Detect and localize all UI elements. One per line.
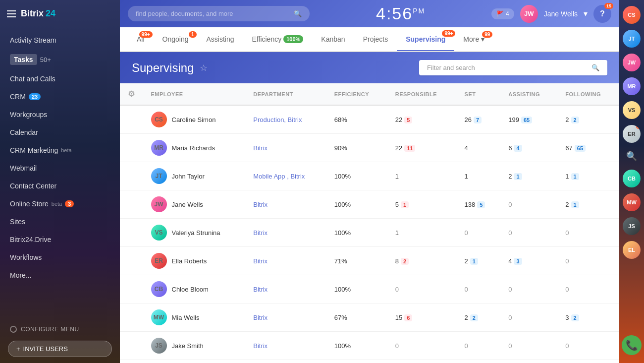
star-icon[interactable]: ☆ — [200, 62, 208, 73]
sidebar-item-workgroups[interactable]: Workgroups — [0, 106, 120, 123]
topbar: 🔍 4:56PM 🚩 4 JW Jane Wells ▾ ? 15 — [120, 0, 619, 27]
filter-search[interactable]: Filter and search 🔍 — [419, 60, 607, 75]
phone-button[interactable]: 📞 — [622, 335, 642, 355]
assisting-badge: 3 — [514, 258, 522, 265]
sidebar-item-label: CRM — [10, 93, 26, 101]
department-cell[interactable]: Bitrix — [245, 332, 326, 360]
employee-name[interactable]: Maria Richards — [172, 144, 215, 152]
responsible-badge: 5 — [404, 117, 412, 123]
tab-more[interactable]: More ▾ 99 — [454, 28, 493, 50]
assisting-cell: 21 — [500, 162, 557, 190]
responsible-cell: 225 — [387, 105, 457, 134]
employee-avatar: VS — [151, 225, 167, 241]
sidebar-item-contact-center[interactable]: Contact Center — [0, 177, 120, 195]
rp-avatar-5[interactable]: VS — [623, 101, 641, 119]
responsible-cell: 0 — [387, 275, 457, 303]
sidebar-item-chat-calls[interactable]: Chat and Calls — [0, 70, 120, 88]
rp-avatar-1[interactable]: CS — [623, 6, 641, 24]
table-row: JT John Taylor Mobile App , Bitrix 100% … — [120, 162, 619, 190]
tab-label: Kanban — [321, 35, 345, 43]
department-cell[interactable]: Bitrix — [245, 303, 326, 332]
clock-time: 4:56 — [376, 4, 413, 23]
configure-menu[interactable]: CONFIGURE MENU — [8, 322, 112, 337]
following-cell: 6765 — [557, 134, 619, 162]
help-button[interactable]: ? 15 — [593, 5, 611, 23]
employee-avatar: JT — [151, 168, 167, 184]
content-area: Supervising ☆ Filter and search 🔍 ⚙ EMPL… — [120, 52, 619, 363]
tab-badge: 1 — [189, 31, 197, 38]
employee-name[interactable]: Jake Smith — [172, 342, 204, 350]
department-cell[interactable]: Production, Bitrix — [245, 105, 326, 134]
employee-avatar: JS — [151, 338, 167, 354]
efficiency-cell: 100% — [326, 219, 387, 247]
hamburger-icon[interactable] — [7, 10, 16, 17]
clock: 4:56PM — [318, 4, 483, 23]
employee-name[interactable]: Jane Wells — [172, 201, 203, 208]
user-name[interactable]: Jane Wells — [544, 10, 578, 18]
employee-name[interactable]: John Taylor — [172, 173, 205, 180]
tab-assisting[interactable]: Assisting — [198, 28, 243, 50]
assisting-cell: 43 — [500, 247, 557, 275]
sidebar-item-calendar[interactable]: Calendar — [0, 123, 120, 141]
employee-cell: ER Ella Roberts — [143, 247, 246, 275]
employee-name[interactable]: Ella Roberts — [172, 257, 207, 265]
rp-avatar-9[interactable]: JS — [623, 217, 641, 235]
rp-avatar-4[interactable]: MR — [623, 77, 641, 95]
responsible-badge: 1 — [401, 201, 409, 208]
sidebar-item-tasks[interactable]: Tasks 50+ — [0, 49, 120, 70]
employee-name[interactable]: Mia Wells — [172, 314, 200, 321]
search-bar[interactable]: 🔍 — [128, 6, 310, 21]
employee-name[interactable]: Caroline Simon — [172, 116, 216, 123]
department-cell[interactable]: Bitrix — [245, 190, 326, 219]
employee-cell: JT John Taylor — [143, 162, 246, 190]
tab-supervising[interactable]: Supervising 99+ — [397, 28, 454, 51]
table-settings-icon[interactable]: ⚙ — [128, 90, 135, 98]
rp-avatar-8[interactable]: MW — [623, 193, 641, 211]
efficiency-cell: 68% — [326, 105, 387, 134]
rp-search-icon[interactable]: 🔍 — [626, 151, 637, 162]
clock-ampm: PM — [413, 7, 425, 15]
sidebar-item-webmail[interactable]: Webmail — [0, 159, 120, 177]
employee-name[interactable]: Chloe Bloom — [172, 286, 209, 293]
tab-ongoing[interactable]: Ongoing 1 — [154, 28, 198, 50]
rp-avatar-6[interactable]: ER 2 — [623, 125, 641, 143]
sidebar-item-label: More... — [10, 271, 32, 279]
department-cell[interactable]: Bitrix — [245, 247, 326, 275]
supervising-table: ⚙ EMPLOYEE DEPARTMENT EFFICIENCY RESPONS… — [120, 83, 619, 360]
responsible-cell: 156 — [387, 303, 457, 332]
sidebar-item-sites[interactable]: Sites — [0, 213, 120, 231]
assisting-badge: 4 — [514, 145, 522, 152]
employee-name[interactable]: Valeriya Strunina — [172, 229, 220, 237]
responsible-badge: 11 — [404, 145, 415, 152]
department-cell[interactable]: Bitrix — [245, 134, 326, 162]
rp-avatar-10[interactable]: EL — [623, 241, 641, 259]
rp-avatar-3[interactable]: JW — [623, 54, 641, 71]
rp-avatar-2[interactable]: JT — [623, 30, 641, 48]
department-cell[interactable]: Bitrix — [245, 275, 326, 303]
invite-users-button[interactable]: + INVITE USERS — [8, 341, 112, 357]
sidebar-item-more[interactable]: More... — [0, 266, 120, 284]
set-cell: 1385 — [457, 190, 501, 219]
department-cell[interactable]: Mobile App , Bitrix — [245, 162, 326, 190]
sidebar-item-crm[interactable]: CRM 23 — [0, 88, 120, 106]
rp-avatar-7[interactable]: CB — [623, 170, 641, 187]
tab-badge: 99+ — [442, 30, 455, 37]
department-cell[interactable]: Bitrix — [245, 219, 326, 247]
search-input[interactable] — [136, 10, 290, 17]
tab-efficiency[interactable]: Efficiency 100% — [243, 28, 313, 50]
row-settings — [120, 303, 143, 332]
tab-projects[interactable]: Projects — [354, 28, 397, 50]
flag-badge[interactable]: 🚩 4 — [491, 8, 514, 19]
sidebar-item-activity-stream[interactable]: Activity Stream — [0, 31, 120, 49]
sidebar-item-online-store[interactable]: Online Store beta 3 — [0, 195, 120, 213]
tab-kanban[interactable]: Kanban — [312, 28, 354, 50]
set-cell: 21 — [457, 247, 501, 275]
sidebar-item-drive[interactable]: Bitrix24.Drive — [0, 231, 120, 248]
assisting-cell: 19965 — [500, 105, 557, 134]
sidebar-item-workflows[interactable]: Workflows — [0, 248, 120, 266]
logo-bitrix: Bitrix — [21, 8, 44, 19]
sidebar-item-crm-marketing[interactable]: CRM Marketing beta — [0, 141, 120, 159]
table-row: JS Jake Smith Bitrix 100% 0 0 0 0 — [120, 332, 619, 360]
question-icon: ? — [600, 9, 605, 18]
tab-all[interactable]: All 99+ — [128, 28, 154, 50]
